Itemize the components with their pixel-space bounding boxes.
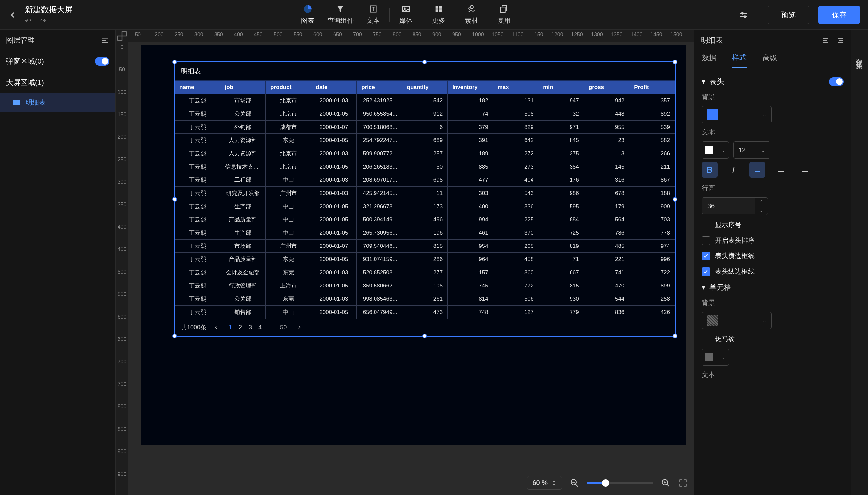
tool-tab-5[interactable]: 素材 [455, 4, 488, 25]
table-header[interactable]: Inventory [447, 81, 493, 94]
header-bg-color-picker[interactable]: ⌄ [702, 106, 772, 123]
table-header[interactable]: Profit [629, 81, 675, 94]
tool-tab-0[interactable]: 图表 [291, 4, 324, 25]
header-bg-swatch [708, 109, 718, 120]
pager-page[interactable]: 3 [249, 324, 252, 331]
chk-v-border[interactable]: ✓ [702, 267, 710, 276]
line-height-input[interactable] [702, 197, 755, 215]
table-header[interactable]: min [539, 81, 584, 94]
selected-widget[interactable]: 明细表 namejobproductdatepricequantityInven… [174, 62, 676, 337]
svg-rect-6 [435, 9, 438, 12]
pager-next[interactable] [296, 324, 303, 330]
svg-rect-19 [122, 32, 126, 36]
artboard[interactable]: 明细表 namejobproductdatepricequantityInven… [141, 45, 686, 445]
svg-point-13 [742, 12, 743, 14]
table-row: 丁云熙生产部中山2000-01-05321.296678...173400836… [175, 200, 675, 213]
tool-icon [303, 4, 312, 14]
layer-item-detail-table[interactable]: 明细表 [0, 93, 115, 112]
align-left-button[interactable] [749, 162, 765, 178]
tool-tab-1[interactable]: 查询组件 [324, 4, 357, 25]
zoom-value: 60 % [532, 479, 548, 487]
table-header[interactable]: job [220, 81, 266, 94]
pager-page[interactable]: 50 [280, 324, 287, 331]
section-header-cell[interactable]: ▾单元格 [695, 279, 851, 296]
table-row: 丁云熙外销部成都市2000-01-07700.518068...63798299… [175, 121, 675, 134]
detail-table: namejobproductdatepricequantityInventory… [174, 80, 675, 319]
right-tab-2[interactable]: 高级 [763, 53, 777, 67]
settings-icon[interactable] [739, 10, 749, 20]
zoom-out-icon[interactable] [570, 478, 579, 488]
table-row: 丁云熙市场部广州市2000-01-07709.540446...81595420… [175, 240, 675, 253]
table-row: 丁云熙信息技术支持部北京市2000-01-05206.265183...5088… [175, 160, 675, 173]
tool-tab-2[interactable]: T文本 [357, 4, 389, 25]
table-row: 丁云熙产品质量部东莞2000-01-05931.074159...2869644… [175, 253, 675, 266]
preview-button[interactable]: 预览 [767, 6, 809, 24]
tool-tab-4[interactable]: 更多 [422, 4, 455, 25]
chk-zebra[interactable] [702, 335, 710, 343]
chevron-down-icon: ⌄ [763, 318, 766, 323]
step-down-button[interactable]: ⌄ [755, 206, 767, 215]
pager-prev[interactable] [213, 324, 219, 330]
doc-title: 新建数据大屏 [25, 4, 73, 15]
dataset-side-tab[interactable]: 数据集 [851, 30, 868, 495]
table-header[interactable]: price [357, 81, 402, 94]
save-button[interactable]: 保存 [818, 6, 860, 24]
chk-enable-sort[interactable] [702, 236, 710, 245]
fullscreen-icon[interactable] [678, 478, 687, 488]
text-color-picker[interactable]: ⌄ [702, 141, 729, 159]
zoom-slider[interactable] [587, 482, 653, 484]
step-up-button[interactable]: ⌃ [755, 198, 767, 206]
pager-page[interactable]: 2 [239, 324, 242, 331]
redo-button[interactable]: ↷ [40, 17, 46, 25]
pager-page[interactable]: 4 [258, 324, 262, 331]
tool-icon: T [369, 4, 378, 14]
popup-area-row[interactable]: 弹窗区域(0) [0, 51, 115, 72]
chk-h-border[interactable]: ✓ [702, 252, 710, 260]
zoom-value-box[interactable]: 60 % [527, 476, 562, 490]
chevron-down-icon: ⌄ [760, 146, 766, 154]
table-row: 丁云熙行政管理部上海市2000-01-05359.580662...195745… [175, 279, 675, 292]
table-row: 丁云熙人力资源部北京市2000-01-03599.900772...257189… [175, 147, 675, 160]
table-header[interactable]: quantity [402, 81, 447, 94]
table-header[interactable]: date [311, 81, 357, 94]
table-header[interactable]: name [175, 81, 220, 94]
chk-show-index[interactable] [702, 221, 710, 229]
zebra-color-picker[interactable]: ⌄ [702, 348, 729, 366]
tool-tab-6[interactable]: 复用 [488, 4, 520, 25]
align-right-button[interactable] [797, 162, 813, 178]
pager-page[interactable]: ... [268, 324, 273, 331]
font-size-picker[interactable]: 12 ⌄ [733, 141, 770, 159]
pager-page[interactable]: 1 [229, 324, 232, 331]
section-toggle-tableheader[interactable] [829, 77, 844, 86]
table-row: 丁云熙销售部中山2000-01-05656.047949...473748127… [175, 306, 675, 319]
table-header[interactable]: gross [584, 81, 629, 94]
panel-layout-icon-2[interactable] [836, 36, 844, 44]
stage[interactable]: 明细表 namejobproductdatepricequantityInven… [128, 42, 694, 495]
table-header[interactable]: product [266, 81, 311, 94]
bold-button[interactable]: B [702, 162, 718, 178]
table-header[interactable]: max [493, 81, 539, 94]
collapse-left-icon[interactable] [101, 36, 109, 45]
zoom-in-icon[interactable] [661, 478, 670, 488]
italic-button[interactable]: I [726, 162, 742, 178]
table-icon [13, 100, 20, 105]
section-header-tableheader[interactable]: ▾表头 [695, 73, 851, 90]
doc-block: 新建数据大屏 ↶ ↷ [25, 4, 73, 25]
tool-icon [336, 4, 345, 14]
popup-area-label: 弹窗区域(0) [6, 56, 44, 66]
align-center-button[interactable] [773, 162, 789, 178]
right-tab-0[interactable]: 数据 [702, 53, 716, 67]
dataset-label: 数据集 [855, 53, 864, 59]
screen-area-row[interactable]: 大屏区域(1) [0, 72, 115, 93]
popup-toggle[interactable] [95, 57, 109, 66]
tool-tab-3[interactable]: 媒体 [390, 4, 422, 25]
back-button[interactable] [8, 10, 17, 19]
svg-rect-10 [500, 7, 505, 12]
cell-bg-color-picker[interactable]: ⌄ [702, 312, 772, 329]
panel-layout-icon-1[interactable] [822, 36, 830, 44]
chevron-down-icon: ⌄ [763, 112, 766, 117]
undo-button[interactable]: ↶ [25, 17, 31, 25]
right-tab-1[interactable]: 样式 [732, 53, 747, 68]
right-panel: 明细表 数据样式高级 ▾表头 背景 ⌄ 文本 [694, 30, 851, 495]
table-row: 丁云熙会计及金融部东莞2000-01-03520.852508...277157… [175, 266, 675, 279]
